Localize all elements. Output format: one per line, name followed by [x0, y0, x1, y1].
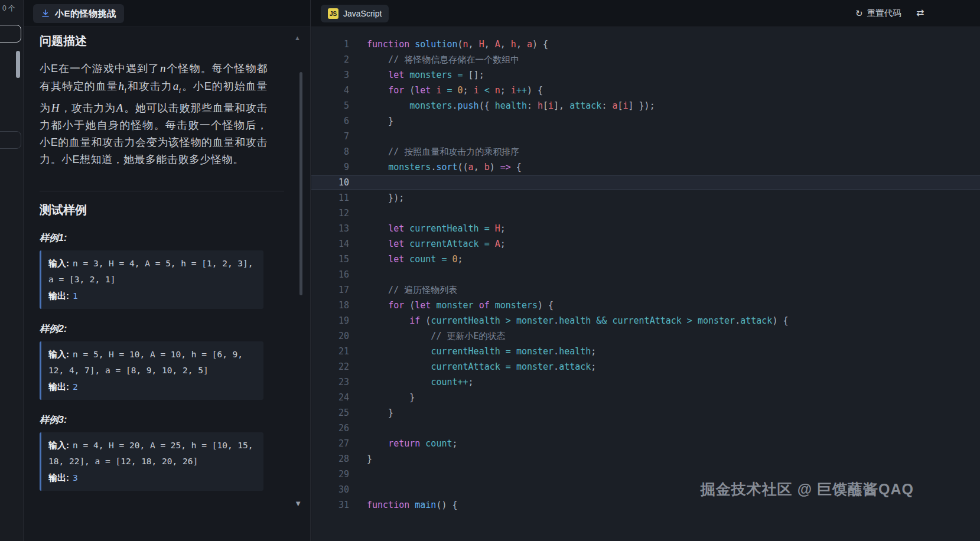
- line-number: 30: [311, 482, 349, 497]
- code-text: [349, 175, 367, 190]
- code-text: for (let monster of monsters) {: [349, 298, 554, 313]
- line-number: 25: [311, 405, 349, 421]
- divider: [40, 191, 284, 191]
- input-value: n = 3, H = 4, A = 5, h = [1, 2, 3], a = …: [48, 259, 253, 284]
- code-text: monsters.sort((a, b) => {: [349, 159, 522, 175]
- code-text: let currentAttack = A;: [349, 236, 506, 252]
- scroll-up-icon[interactable]: ▲: [294, 34, 301, 41]
- line-number: 7: [311, 129, 349, 144]
- line-number: 19: [311, 313, 349, 328]
- code-line-1[interactable]: 1function solution(n, H, A, h, a) {: [311, 37, 980, 52]
- code-line-6[interactable]: 6 }: [311, 113, 980, 129]
- math-variable: n: [159, 62, 167, 74]
- output-value: 3: [73, 473, 78, 483]
- problem-scrollbar-thumb[interactable]: [299, 72, 302, 295]
- refresh-icon: ↻: [855, 8, 863, 19]
- code-line-27[interactable]: 27 return count;: [311, 436, 980, 451]
- problem-title-tab[interactable]: 小E的怪物挑战: [33, 4, 124, 23]
- problem-title: 小E的怪物挑战: [55, 8, 116, 19]
- line-number: 11: [311, 190, 349, 206]
- reset-code-label: 重置代码: [867, 8, 901, 19]
- code-line-24[interactable]: 24 }: [311, 390, 980, 405]
- code-text: });: [349, 190, 404, 206]
- code-text: [349, 206, 367, 221]
- watermark: 掘金技术社区 @ 巨馍蘸酱QAQ: [701, 480, 914, 499]
- code-line-28[interactable]: 28}: [311, 451, 980, 467]
- code-editor[interactable]: 1function solution(n, H, A, h, a) {2 // …: [311, 27, 980, 541]
- code-line-21[interactable]: 21 currentHealth = monster.health;: [311, 344, 980, 359]
- output-value: 1: [73, 291, 78, 301]
- output-value: 2: [73, 382, 78, 392]
- section-title-description: 问题描述: [40, 33, 284, 49]
- code-text: [349, 129, 367, 144]
- language-tab-javascript[interactable]: JS JavaScript: [321, 5, 389, 22]
- code-line-22[interactable]: 22 currentAttack = monster.attack;: [311, 359, 980, 374]
- code-text: // 将怪物信息存储在一个数组中: [349, 52, 519, 67]
- line-number: 29: [311, 467, 349, 482]
- reset-code-button[interactable]: ↻ 重置代码: [855, 8, 901, 19]
- code-text: [349, 421, 367, 436]
- code-line-16[interactable]: 16: [311, 267, 980, 282]
- output-label: 输出:: [48, 291, 69, 301]
- line-number: 15: [311, 252, 349, 267]
- collapsed-tab-secondary[interactable]: [0, 131, 21, 149]
- code-text: return count;: [349, 436, 458, 451]
- math-variable: H: [51, 102, 60, 114]
- code-line-14[interactable]: 14 let currentAttack = A;: [311, 236, 980, 252]
- line-number: 17: [311, 282, 349, 298]
- code-line-3[interactable]: 3 let monsters = [];: [311, 67, 980, 83]
- input-label: 输入:: [48, 349, 69, 359]
- code-line-25[interactable]: 25 }: [311, 405, 980, 421]
- example-3-input: 输入:n = 4, H = 20, A = 25, h = [10, 15, 1…: [48, 437, 256, 470]
- example-2-input: 输入:n = 5, H = 10, A = 10, h = [6, 9, 12,…: [48, 346, 256, 379]
- code-line-10[interactable]: 10: [311, 175, 980, 190]
- code-line-17[interactable]: 17 // 遍历怪物列表: [311, 282, 980, 298]
- code-line-11[interactable]: 11 });: [311, 190, 980, 206]
- code-text: currentHealth = monster.health;: [349, 344, 596, 359]
- code-text: [349, 467, 367, 482]
- code-line-4[interactable]: 4 for (let i = 0; i < n; i++) {: [311, 83, 980, 98]
- line-number: 10: [311, 175, 349, 190]
- editor-panel: JS JavaScript ↻ 重置代码 ⇄ 1function solutio…: [311, 0, 980, 541]
- code-line-9[interactable]: 9 monsters.sort((a, b) => {: [311, 159, 980, 175]
- code-line-15[interactable]: 15 let count = 0;: [311, 252, 980, 267]
- example-2-heading: 样例2:: [40, 323, 284, 335]
- swap-icon[interactable]: ⇄: [916, 7, 924, 18]
- line-number: 16: [311, 267, 349, 282]
- left-strip: 0 个: [0, 0, 24, 541]
- code-text: }: [349, 451, 372, 467]
- code-line-23[interactable]: 23 count++;: [311, 374, 980, 390]
- code-line-7[interactable]: 7: [311, 129, 980, 144]
- code-line-2[interactable]: 2 // 将怪物信息存储在一个数组中: [311, 52, 980, 67]
- code-line-8[interactable]: 8 // 按照血量和攻击力的乘积排序: [311, 144, 980, 159]
- code-line-31[interactable]: 31function main() {: [311, 497, 980, 513]
- code-text: function solution(n, H, A, h, a) {: [349, 37, 548, 52]
- collapsed-tab[interactable]: [0, 25, 21, 43]
- line-number: 6: [311, 113, 349, 129]
- input-value: n = 4, H = 20, A = 25, h = [10, 15, 18, …: [48, 441, 253, 466]
- line-number: 22: [311, 359, 349, 374]
- code-text: let monsters = [];: [349, 67, 484, 83]
- math-variable: ai: [172, 80, 182, 92]
- example-3-output: 输出:3: [48, 470, 256, 486]
- code-text: // 按照血量和攻击力的乘积排序: [349, 144, 519, 159]
- code-text: if (currentHealth > monster.health && cu…: [349, 313, 788, 328]
- line-number: 14: [311, 236, 349, 252]
- language-label: JavaScript: [343, 9, 382, 18]
- input-label: 输入:: [48, 258, 69, 268]
- code-line-5[interactable]: 5 monsters.push({ health: h[i], attack: …: [311, 98, 980, 113]
- code-line-19[interactable]: 19 if (currentHealth > monster.health &&…: [311, 313, 980, 328]
- code-line-12[interactable]: 12: [311, 206, 980, 221]
- code-text: }: [349, 405, 393, 421]
- input-value: n = 5, H = 10, A = 10, h = [6, 9, 12, 4,…: [48, 350, 243, 375]
- code-line-26[interactable]: 26: [311, 421, 980, 436]
- line-number: 1: [311, 37, 349, 52]
- strip-scrollbar-thumb[interactable]: [16, 51, 20, 78]
- scroll-down-icon[interactable]: ▼: [294, 499, 302, 508]
- code-line-18[interactable]: 18 for (let monster of monsters) {: [311, 298, 980, 313]
- problem-description: 小E在一个游戏中遇到了n个怪物。每个怪物都有其特定的血量hi和攻击力ai。小E的…: [40, 60, 268, 168]
- code-line-13[interactable]: 13 let currentHealth = H;: [311, 221, 980, 236]
- code-text: let count = 0;: [349, 252, 463, 267]
- code-line-20[interactable]: 20 // 更新小E的状态: [311, 328, 980, 344]
- section-title-examples: 测试样例: [40, 202, 284, 218]
